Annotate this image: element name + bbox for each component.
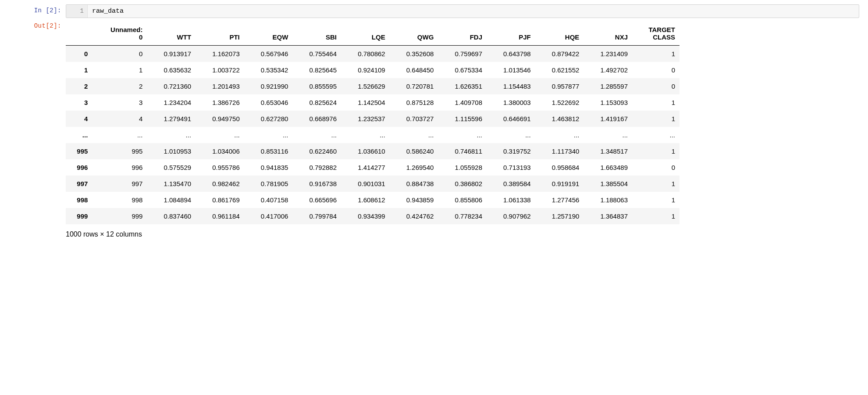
table-cell: 1.522692 [535, 94, 584, 111]
table-cell: 0 [632, 62, 679, 78]
table-cell: 1.626351 [438, 78, 487, 94]
output-prompt: Out[2]: [9, 20, 66, 29]
table-cell: 1.231409 [583, 46, 632, 62]
row-index: 998 [66, 192, 92, 208]
table-cell: 0.913917 [147, 46, 196, 62]
table-row: 9979971.1354700.9824620.7819050.9167380.… [66, 176, 679, 192]
table-cell: 0.982462 [196, 176, 244, 192]
table-cell: 0.792882 [292, 159, 341, 176]
table-cell: 0.949750 [196, 111, 244, 127]
table-cell: 1.269540 [390, 159, 438, 176]
table-row: 110.6356321.0037220.5353420.8256450.9241… [66, 62, 679, 78]
table-cell: ... [147, 127, 196, 143]
table-cell: 1.201493 [196, 78, 244, 94]
table-cell: 0.884738 [390, 176, 438, 192]
row-index: ... [66, 127, 92, 143]
table-cell: 0.417006 [244, 208, 293, 224]
table-cell: 2 [92, 78, 147, 94]
table-cell: 1.285597 [583, 78, 632, 94]
table-cell: 1.154483 [487, 78, 535, 94]
table-body: 000.9139171.1620730.5679460.7554640.7808… [66, 46, 679, 225]
table-cell: 1.409708 [438, 94, 487, 111]
table-cell: 0.665696 [292, 192, 341, 208]
shape-note: 1000 rows × 12 columns [66, 230, 859, 238]
table-cell: 0.961184 [196, 208, 244, 224]
table-cell: ... [196, 127, 244, 143]
table-row: 441.2794910.9497500.6272800.6689761.2325… [66, 111, 679, 127]
table-cell: 0.720781 [390, 78, 438, 94]
table-row: 9959951.0109531.0340060.8531160.6224601.… [66, 143, 679, 159]
column-header: EQW [244, 22, 293, 46]
table-cell: 0.943859 [390, 192, 438, 208]
output-cell: Out[2]: Unnamed: 0WTTPTIEQWSBILQEQWGFDJP… [9, 20, 859, 238]
table-cell: 1.608612 [341, 192, 390, 208]
table-cell: 0.646691 [487, 111, 535, 127]
row-index: 2 [66, 78, 92, 94]
row-index: 3 [66, 94, 92, 111]
table-cell: 996 [92, 159, 147, 176]
table-row: 220.7213601.2014930.9219900.8555951.5266… [66, 78, 679, 94]
table-cell: 0.861769 [196, 192, 244, 208]
table-cell: 1.142504 [341, 94, 390, 111]
table-cell: 0.778234 [438, 208, 487, 224]
table-cell: 0.407158 [244, 192, 293, 208]
table-row: 9969960.5755290.9557860.9418350.7928821.… [66, 159, 679, 176]
table-cell: ... [535, 127, 584, 143]
column-header: TARGET CLASS [632, 22, 679, 46]
column-header: SBI [292, 22, 341, 46]
table-cell: 1 [632, 111, 679, 127]
table-cell: 1.188063 [583, 192, 632, 208]
code-block[interactable]: 1 raw_data [66, 4, 859, 18]
row-index: 4 [66, 111, 92, 127]
table-cell: 1.257190 [535, 208, 584, 224]
table-cell: 1 [632, 176, 679, 192]
table-cell: 1.010953 [147, 143, 196, 159]
table-cell: 0.901031 [341, 176, 390, 192]
column-header: PTI [196, 22, 244, 46]
table-cell: 1 [632, 94, 679, 111]
table-head: Unnamed: 0WTTPTIEQWSBILQEQWGFDJPJFHQENXJ… [66, 22, 679, 46]
table-cell: 1.034006 [196, 143, 244, 159]
table-cell: 0 [632, 78, 679, 94]
table-cell: 1 [632, 192, 679, 208]
table-cell: 1 [632, 46, 679, 62]
table-cell: 0.653046 [244, 94, 293, 111]
code-gutter: 1 [66, 5, 88, 18]
table-cell: ... [487, 127, 535, 143]
table-cell: 1.234204 [147, 94, 196, 111]
table-cell: 1.117340 [535, 143, 584, 159]
column-header: FDJ [438, 22, 487, 46]
table-cell: 999 [92, 208, 147, 224]
table-cell: 0.755464 [292, 46, 341, 62]
table-cell: 0.759697 [438, 46, 487, 62]
table-cell: 995 [92, 143, 147, 159]
table-cell: 0.386802 [438, 176, 487, 192]
table-cell: 1.115596 [438, 111, 487, 127]
table-cell: 1.414277 [341, 159, 390, 176]
column-header: Unnamed: 0 [92, 22, 147, 46]
table-cell: 0.746811 [438, 143, 487, 159]
table-cell: 0.622460 [292, 143, 341, 159]
table-cell: 0.907962 [487, 208, 535, 224]
table-cell: 0.668976 [292, 111, 341, 127]
table-cell: 0.781905 [244, 176, 293, 192]
table-cell: 0.855595 [292, 78, 341, 94]
table-cell: 0.703727 [390, 111, 438, 127]
table-cell: ... [92, 127, 147, 143]
table-cell: ... [341, 127, 390, 143]
column-header: NXJ [583, 22, 632, 46]
table-cell: 0.627280 [244, 111, 293, 127]
table-cell: 1.153093 [583, 94, 632, 111]
table-cell: 1.232537 [341, 111, 390, 127]
table-row: 331.2342041.3867260.6530460.8256241.1425… [66, 94, 679, 111]
code-input[interactable]: raw_data [88, 5, 859, 18]
table-row: 9999990.8374600.9611840.4170060.7997840.… [66, 208, 679, 224]
row-index: 999 [66, 208, 92, 224]
table-cell: 1.135470 [147, 176, 196, 192]
table-cell: ... [583, 127, 632, 143]
table-cell: ... [244, 127, 293, 143]
table-cell: 0.575529 [147, 159, 196, 176]
table-cell: 998 [92, 192, 147, 208]
table-cell: 0.924109 [341, 62, 390, 78]
dataframe-table: Unnamed: 0WTTPTIEQWSBILQEQWGFDJPJFHQENXJ… [66, 22, 679, 224]
